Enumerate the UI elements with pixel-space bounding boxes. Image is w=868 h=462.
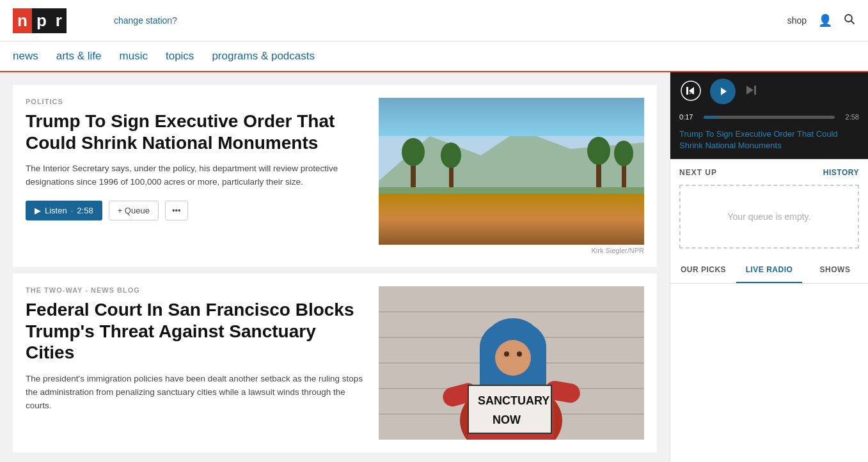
queue-empty-box: Your queue is empty. <box>679 185 859 249</box>
logo-r: r <box>51 8 67 33</box>
svg-marker-7 <box>484 206 535 245</box>
nav-music[interactable]: music <box>120 41 148 72</box>
svg-marker-49 <box>721 88 727 95</box>
nav-programs-podcasts[interactable]: programs & podcasts <box>212 41 315 72</box>
nav-news[interactable]: news <box>13 41 38 72</box>
skip-button[interactable] <box>743 82 759 101</box>
svg-point-12 <box>532 203 571 218</box>
logo-n: n <box>13 8 32 33</box>
queue-section: NEXT UP HISTORY Your queue is empty. <box>670 159 868 258</box>
main-content: POLITICS Trump To Sign Executive Order T… <box>0 72 670 462</box>
queue-empty-text: Your queue is empty. <box>728 212 811 222</box>
article-text-1: POLITICS Trump To Sign Executive Order T… <box>26 98 366 254</box>
svg-point-39 <box>495 340 531 376</box>
svg-rect-8 <box>379 219 644 245</box>
nav-arts-life[interactable]: arts & life <box>56 41 102 72</box>
svg-marker-50 <box>746 86 754 95</box>
sidebar: 15 0:17 <box>670 72 868 462</box>
article-card-1: POLITICS Trump To Sign Executive Order T… <box>13 85 657 267</box>
svg-rect-5 <box>379 203 644 219</box>
skip-icon <box>743 82 759 98</box>
article-category-2: THE TWO-WAY - NEWS BLOG <box>26 286 366 294</box>
national-monument-image <box>379 98 644 245</box>
tab-shows[interactable]: SHOWS <box>802 258 868 283</box>
header: n p r change station? shop 👤 <box>0 0 868 42</box>
search-icon <box>844 13 855 25</box>
svg-point-22 <box>614 141 633 166</box>
article-image-2: SANCTUARY NOW <box>379 286 644 440</box>
npr-logo[interactable]: n p r <box>13 4 102 36</box>
article-desc-2: The president's immigration policies hav… <box>26 373 366 413</box>
listen-duration: · <box>71 206 74 215</box>
svg-point-41 <box>517 351 522 357</box>
player-controls: 15 <box>670 72 868 111</box>
shop-link[interactable]: shop <box>787 15 807 26</box>
progress-fill <box>704 116 717 119</box>
image-credit-1: Kirk Siegler/NPR <box>379 247 644 254</box>
article-card-2: THE TWO-WAY - NEWS BLOG Federal Court In… <box>13 273 657 452</box>
nav-topics[interactable]: topics <box>166 41 194 72</box>
article-desc-1: The Interior Secretary says, under the p… <box>26 162 366 189</box>
article-title-2[interactable]: Federal Court In San Francisco Blocks Tr… <box>26 299 366 364</box>
article-actions-1: ▶ Listen · 2:58 + Queue ••• <box>26 201 366 220</box>
svg-point-40 <box>504 351 509 357</box>
svg-point-10 <box>558 203 609 220</box>
play-triangle-icon: ▶ <box>35 206 41 215</box>
sidebar-tabs: OUR PICKS LIVE RADIO SHOWS <box>670 258 868 284</box>
main-nav: news arts & life music topics programs &… <box>0 42 868 72</box>
svg-marker-6 <box>487 203 532 245</box>
search-icon-button[interactable] <box>844 13 855 28</box>
queue-header: NEXT UP HISTORY <box>679 168 859 177</box>
sanctuary-protest-image: SANCTUARY NOW <box>379 286 644 440</box>
play-pause-button[interactable] <box>710 79 736 104</box>
listen-button-1[interactable]: ▶ Listen · 2:58 <box>26 201 102 220</box>
svg-point-11 <box>452 206 484 220</box>
svg-rect-47 <box>686 87 688 95</box>
svg-rect-51 <box>754 86 756 95</box>
time-current: 0:17 <box>679 113 698 121</box>
change-station-link[interactable]: change station? <box>114 15 177 26</box>
history-link[interactable]: HISTORY <box>823 168 859 177</box>
progress-bar[interactable] <box>704 116 835 119</box>
svg-marker-4 <box>379 187 644 206</box>
svg-point-18 <box>441 142 461 168</box>
svg-text:SANCTUARY: SANCTUARY <box>478 394 549 407</box>
svg-point-9 <box>407 200 452 219</box>
header-icons: shop 👤 <box>787 13 855 28</box>
player-panel: 15 0:17 <box>670 72 868 284</box>
tab-live-radio[interactable]: LIVE RADIO <box>736 258 802 283</box>
user-icon-button[interactable]: 👤 <box>818 13 832 27</box>
queue-button-1[interactable]: + Queue <box>109 201 159 220</box>
svg-text:15: 15 <box>689 90 694 95</box>
article-category-1: POLITICS <box>26 98 366 105</box>
article-image-1: Kirk Siegler/NPR <box>379 98 644 254</box>
tab-our-picks[interactable]: OUR PICKS <box>670 258 736 283</box>
svg-point-20 <box>587 137 610 165</box>
rewind-button[interactable]: 15 <box>679 80 702 103</box>
svg-point-14 <box>391 210 417 222</box>
svg-line-1 <box>851 20 854 23</box>
rewind-icon: 15 <box>680 80 702 102</box>
article-text-2: THE TWO-WAY - NEWS BLOG Federal Court In… <box>26 286 366 440</box>
svg-point-16 <box>402 138 425 166</box>
logo-p: p <box>32 8 51 33</box>
play-icon <box>718 86 728 96</box>
svg-point-13 <box>608 208 636 220</box>
next-up-label: NEXT UP <box>679 168 717 177</box>
landscape-svg <box>379 98 644 245</box>
time-total: 2:58 <box>840 113 859 121</box>
now-playing-title[interactable]: Trump To Sign Executive Order That Could… <box>670 126 868 159</box>
progress-bar-container: 0:17 2:58 <box>670 111 868 126</box>
sanctuary-svg: SANCTUARY NOW <box>379 286 644 440</box>
page-layout: POLITICS Trump To Sign Executive Order T… <box>0 72 868 462</box>
article-title-1[interactable]: Trump To Sign Executive Order That Could… <box>26 111 366 153</box>
svg-text:NOW: NOW <box>493 413 521 426</box>
more-button-1[interactable]: ••• <box>165 201 188 220</box>
